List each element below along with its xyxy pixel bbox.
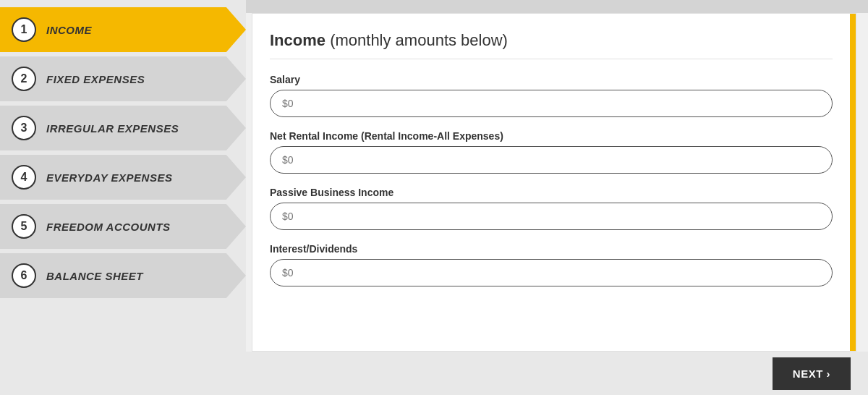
content-area: Income (monthly amounts below) SalaryNet…: [246, 0, 868, 352]
nav-number-5: 5: [12, 214, 36, 239]
main-container: 1INCOME2FIXED EXPENSES3IRREGULAR EXPENSE…: [0, 0, 868, 352]
top-bar: [246, 0, 868, 13]
field-input-2[interactable]: [270, 203, 833, 230]
sidebar-item-everyday-expenses[interactable]: 4EVERYDAY EXPENSES: [0, 155, 246, 200]
nav-label-1: INCOME: [46, 24, 92, 36]
field-input-1[interactable]: [270, 146, 833, 174]
sidebar-item-balance-sheet[interactable]: 6BALANCE SHEET: [0, 253, 246, 298]
sidebar-item-irregular-expenses[interactable]: 3IRREGULAR EXPENSES: [0, 106, 246, 150]
field-label-0: Salary: [270, 74, 833, 85]
nav-number-4: 4: [12, 165, 36, 190]
field-label-2: Passive Business Income: [270, 187, 833, 198]
form-title: Income (monthly amounts below): [270, 31, 833, 59]
sidebar: 1INCOME2FIXED EXPENSES3IRREGULAR EXPENSE…: [0, 0, 246, 352]
footer: NEXT ›: [0, 352, 868, 395]
nav-label-6: BALANCE SHEET: [46, 270, 143, 282]
field-label-1: Net Rental Income (Rental Income-All Exp…: [270, 130, 833, 142]
next-button[interactable]: NEXT ›: [773, 357, 851, 390]
field-group-3: Interest/Dividends: [270, 243, 833, 286]
form-title-rest: (monthly amounts below): [326, 31, 508, 49]
form-title-bold: Income: [270, 31, 326, 49]
field-input-3[interactable]: [270, 259, 833, 286]
nav-label-4: EVERYDAY EXPENSES: [46, 171, 172, 184]
sidebar-item-freedom-accounts[interactable]: 5FREEDOM ACCOUNTS: [0, 204, 246, 249]
sidebar-item-fixed-expenses[interactable]: 2FIXED EXPENSES: [0, 56, 246, 101]
nav-number-6: 6: [12, 263, 36, 288]
fields-container: SalaryNet Rental Income (Rental Income-A…: [270, 74, 833, 286]
sidebar-item-income[interactable]: 1INCOME: [0, 7, 246, 52]
nav-label-2: FIXED EXPENSES: [46, 73, 145, 85]
nav-label-5: FREEDOM ACCOUNTS: [46, 221, 171, 233]
form-content: Income (monthly amounts below) SalaryNet…: [252, 14, 856, 317]
form-panel: Income (monthly amounts below) SalaryNet…: [252, 13, 856, 352]
nav-number-3: 3: [12, 116, 36, 140]
nav-label-3: IRREGULAR EXPENSES: [46, 122, 179, 135]
field-group-1: Net Rental Income (Rental Income-All Exp…: [270, 130, 833, 174]
field-group-2: Passive Business Income: [270, 187, 833, 230]
nav-number-1: 1: [12, 17, 36, 42]
nav-number-2: 2: [12, 67, 36, 91]
field-label-3: Interest/Dividends: [270, 243, 833, 255]
field-group-0: Salary: [270, 74, 833, 117]
field-input-0[interactable]: [270, 90, 833, 117]
